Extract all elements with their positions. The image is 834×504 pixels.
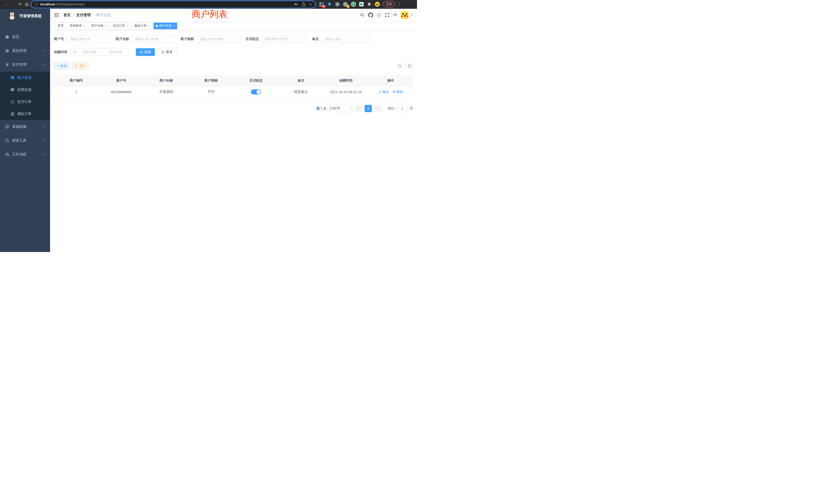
user-avatar[interactable]	[401, 11, 409, 19]
extension-badge: 1	[347, 5, 349, 8]
sidebar-item-pay-order[interactable]: ¥ 支付订单	[0, 96, 50, 108]
fullscreen-icon[interactable]	[385, 13, 389, 17]
edit-link[interactable]: 修改	[378, 90, 389, 94]
browser-update-button[interactable]: 更新	[383, 1, 395, 7]
chevron-down-icon	[350, 107, 353, 109]
sidebar: 芋道管理系统 首页 系统管理 ¥ 支付管理	[0, 9, 50, 252]
breadcrumb-home[interactable]: 首页	[63, 13, 71, 18]
back-icon[interactable]: ←	[3, 1, 9, 8]
extension-command-icon[interactable]: ⌘	[335, 2, 340, 7]
font-size-icon[interactable]: TT	[393, 13, 397, 17]
chevron-down-icon	[43, 49, 46, 51]
add-button[interactable]: + 新增	[54, 62, 69, 70]
cell-short-name: 芋艿	[189, 86, 234, 98]
short-name-input[interactable]	[197, 35, 241, 43]
sidebar-item-system[interactable]: 系统管理	[0, 44, 50, 58]
cell-created-at: 2021-10-23 08:31:14	[323, 86, 368, 98]
close-icon[interactable]: ×	[84, 24, 85, 28]
filter-remark: 备注	[312, 35, 369, 43]
breadcrumb-payment[interactable]: 支付管理	[76, 13, 91, 18]
tab-pay-order[interactable]: 支付订单×	[110, 23, 131, 29]
trash-icon	[393, 90, 396, 93]
sidebar-toggle-icon[interactable]	[54, 13, 59, 17]
sidebar-item-workflow[interactable]: 工作流程	[0, 147, 50, 161]
forward-icon[interactable]: →	[9, 1, 17, 8]
share-icon[interactable]	[302, 2, 306, 6]
prev-page-button[interactable]	[355, 105, 362, 112]
sidebar-item-app-info[interactable]: 应用信息	[0, 84, 50, 96]
tab-home[interactable]: 首页	[55, 23, 66, 29]
tab-merchant-info[interactable]: 商户信息×	[154, 23, 177, 29]
close-icon[interactable]: ×	[127, 24, 128, 28]
cell-status	[234, 86, 279, 98]
filter-row-2: 创建时间 开始日期 - 结束日期 搜索 重置	[54, 48, 413, 56]
page-1-button[interactable]: 1	[365, 105, 372, 112]
reload-icon[interactable]: ⟳	[17, 1, 23, 8]
extension-y-icon[interactable]: Y	[351, 2, 356, 7]
sidebar-item-payment[interactable]: ¥ 支付管理	[0, 58, 50, 72]
filter-row-1: 商户号 商户全称 商户简称 开启状态 请选择开启状态	[54, 35, 413, 43]
sidebar-item-merchant-info[interactable]: 商户信息	[0, 72, 50, 84]
reset-button[interactable]: 重置	[157, 48, 176, 56]
active-dot	[156, 25, 158, 27]
calendar-icon	[73, 50, 76, 54]
home-icon[interactable]	[23, 1, 30, 8]
gear-icon	[4, 49, 10, 53]
date-range-picker[interactable]: 开始日期 - 结束日期	[70, 48, 129, 56]
extensions-puzzle-icon[interactable]	[367, 2, 372, 7]
extension-chat-icon[interactable]	[359, 2, 364, 7]
github-icon[interactable]	[368, 13, 373, 18]
status-select[interactable]: 请选择开启状态	[262, 35, 308, 43]
status-toggle[interactable]	[251, 89, 261, 94]
goto-page-input[interactable]	[397, 105, 407, 112]
app-title: 芋道管理系统	[19, 14, 42, 19]
tab-process-form[interactable]: 流程表单×	[67, 23, 88, 29]
dashboard-icon	[4, 35, 10, 39]
sidebar-item-infra[interactable]: 基础设施	[0, 120, 50, 134]
close-icon[interactable]: ×	[173, 24, 175, 28]
remark-input[interactable]	[322, 35, 369, 43]
tab-refund-order[interactable]: 退款订单×	[132, 23, 152, 29]
extension-proxy-icon[interactable]: 1	[343, 2, 348, 7]
sidebar-item-home[interactable]: 首页	[0, 30, 50, 44]
filter-merchant-no: 商户号	[54, 35, 111, 43]
full-name-input[interactable]	[132, 35, 176, 43]
next-page-button[interactable]	[374, 105, 381, 112]
grid-icon	[9, 88, 15, 92]
header-search-icon[interactable]	[360, 13, 364, 17]
goto-label: 前往	[388, 106, 394, 111]
chevron-down-icon	[43, 139, 46, 141]
extension-badge: 10	[322, 5, 326, 8]
toggle-search-button[interactable]	[396, 62, 403, 70]
app-logo-row[interactable]: 芋道管理系统	[0, 9, 50, 23]
help-icon[interactable]: ?	[377, 13, 381, 17]
sidebar-item-dev-tools[interactable]: 研发工具	[0, 134, 50, 147]
merchant-no-input[interactable]	[67, 35, 111, 43]
search-button[interactable]: 搜索	[136, 48, 155, 56]
close-icon[interactable]: ×	[105, 24, 107, 28]
tab-user-group[interactable]: 用户分组×	[89, 23, 109, 29]
extension-grid-icon[interactable]: 10	[319, 2, 324, 7]
total-label: 共 1 条	[316, 106, 327, 111]
sidebar-menu: 首页 系统管理 ¥ 支付管理 商户信息	[0, 30, 50, 161]
chevron-down-icon	[43, 153, 46, 155]
table-header-row: 商户编号 商户号 商户全称 商户简称 开启状态 备注 创建时间 操作	[54, 75, 413, 86]
bookmark-star-icon[interactable]: ☆	[309, 2, 312, 6]
browser-menu-icon[interactable]: ⋮	[397, 2, 401, 7]
avatar-caret-icon[interactable]	[411, 15, 413, 17]
delete-link[interactable]: 删除	[393, 90, 403, 94]
payment-submenu: 商户信息 应用信息 ¥ 支付订单 退款订单	[0, 72, 50, 120]
site-info-icon[interactable]: i	[35, 3, 38, 6]
extension-pin-icon[interactable]	[327, 2, 332, 7]
password-key-icon[interactable]	[294, 2, 299, 6]
page-size-select[interactable]: 10条/页	[329, 105, 352, 112]
cell-merchant-id: 1	[54, 86, 99, 98]
refresh-table-button[interactable]	[406, 62, 413, 70]
app-logo	[8, 12, 16, 20]
export-button[interactable]: 导出	[72, 62, 89, 70]
close-icon[interactable]: ×	[148, 24, 150, 28]
annotation-title: 商户列表	[192, 9, 227, 19]
address-bar[interactable]: i localhost:1024/pay/merchant ☆	[31, 1, 315, 8]
profile-avatar-icon[interactable]	[375, 2, 380, 7]
sidebar-item-refund-order[interactable]: 退款订单	[0, 108, 50, 120]
